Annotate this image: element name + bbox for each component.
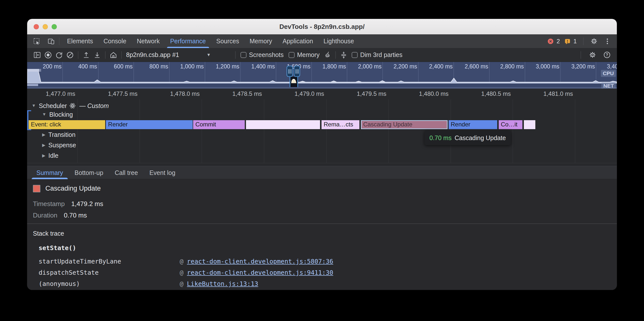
collapsed-triangle-icon[interactable]: ▶: [42, 132, 45, 137]
help-icon[interactable]: ?: [602, 49, 612, 60]
details-tab-bottom-up[interactable]: Bottom-up: [69, 166, 109, 179]
details-tab-event-log[interactable]: Event log: [144, 166, 181, 179]
flame-bar-cascading-update[interactable]: Cascading Update: [361, 120, 448, 129]
flame-bar-unlabeled[interactable]: [524, 120, 535, 129]
record-and-reload-icon[interactable]: [54, 49, 64, 60]
divider: [583, 38, 584, 45]
desktop: DevTools - 8p2n9n.csb.app/ ElementsConso…: [0, 0, 644, 321]
collapsed-triangle-icon[interactable]: ▶: [42, 143, 45, 148]
flame-chart[interactable]: ▼ Scheduler — Custom ▼ Blocking Event: c…: [27, 99, 617, 166]
track-transition[interactable]: ▶ Transition: [42, 131, 76, 138]
target-dropdown[interactable]: 8p2n9n.csb.app #1 ▼: [126, 51, 231, 58]
tab-application[interactable]: Application: [278, 34, 318, 48]
stack-link[interactable]: LikeButton.js:13:13: [187, 280, 258, 287]
grid-vline: [388, 99, 388, 163]
tab-performance[interactable]: Performance: [165, 34, 211, 48]
flame-bar-commit[interactable]: Commit: [193, 120, 245, 129]
record-icon[interactable]: [42, 49, 54, 60]
blocking-flame-row: Event: clickRenderCommitRema…ctsCascadin…: [27, 120, 617, 129]
track-suffix: — Custom: [79, 102, 109, 110]
track-suspense[interactable]: ▶ Suspense: [42, 141, 76, 149]
tab-memory[interactable]: Memory: [244, 34, 277, 48]
stack-frame: startUpdateTimerByLane@react-dom-client.…: [39, 256, 609, 267]
close-button[interactable]: [34, 24, 39, 29]
grid-vline: [140, 99, 140, 163]
performance-toolbar: 8p2n9n.csb.app #1 ▼ Screenshots Memory: [27, 48, 617, 62]
track-blocking[interactable]: ▼ Blocking: [42, 111, 73, 118]
target-label: 8p2n9n.csb.app #1: [126, 51, 179, 58]
event-tooltip: 0.70 ms Cascading Update: [424, 131, 511, 145]
divider: [235, 51, 236, 59]
stack-link[interactable]: react-dom-client.development.js:9411:30: [187, 269, 333, 276]
warning-icon[interactable]: [564, 38, 571, 45]
traffic-lights: [34, 19, 57, 34]
device-toolbar-icon[interactable]: [46, 36, 56, 47]
zoom-button[interactable]: [52, 24, 57, 29]
download-profile-icon[interactable]: [92, 49, 103, 60]
frame-function: startUpdateTimerByLane: [39, 258, 180, 265]
settings-gear-icon[interactable]: [588, 36, 600, 47]
inspect-element-icon[interactable]: [31, 36, 42, 47]
upload-profile-icon[interactable]: [81, 49, 92, 60]
stack-frames: startUpdateTimerByLane@react-dom-client.…: [39, 256, 609, 289]
toggle-sidebar-icon[interactable]: [32, 49, 42, 60]
tooltip-duration: 0.70 ms: [430, 134, 452, 142]
tab-sources[interactable]: Sources: [211, 34, 244, 48]
net-lane-label: NET: [602, 82, 616, 89]
flame-bar-event-click[interactable]: Event: click: [29, 120, 106, 129]
details-tab-summary[interactable]: Summary: [31, 166, 69, 179]
clear-icon[interactable]: [64, 49, 76, 60]
grid-vline: [202, 99, 202, 163]
stack-origin: setState(): [39, 244, 76, 252]
error-count: 2: [556, 38, 560, 45]
collapse-tracks-icon[interactable]: [338, 49, 349, 60]
details-tab-call-tree[interactable]: Call tree: [109, 166, 144, 179]
duration-value: 0.70 ms: [64, 211, 87, 219]
titlebar: DevTools - 8p2n9n.csb.app/: [27, 19, 617, 34]
checkbox-icon: [288, 52, 294, 58]
detail-ruler: 1,477.0 ms1,477.5 ms1,478.0 ms1,478.5 ms…: [27, 89, 617, 99]
expand-triangle-icon[interactable]: ▼: [32, 103, 36, 108]
tab-network[interactable]: Network: [132, 34, 165, 48]
track-scheduler[interactable]: ▼ Scheduler — Custom: [32, 102, 109, 110]
tooltip-label: Cascading Update: [454, 134, 506, 142]
flame-bar-render[interactable]: Render: [448, 120, 497, 129]
selection-right-handle[interactable]: [294, 66, 300, 77]
error-icon[interactable]: [547, 38, 554, 45]
network-lane-bar: [27, 84, 38, 86]
kebab-menu-icon[interactable]: [602, 36, 613, 47]
track-idle[interactable]: ▶ Idle: [42, 152, 58, 159]
summary-title: Cascading Update: [45, 185, 101, 192]
timestamp-label: Timestamp: [33, 200, 65, 208]
selection-left-handle[interactable]: [286, 66, 293, 77]
cpu-activity-chart: [27, 68, 617, 83]
expand-triangle-icon[interactable]: ▼: [42, 112, 46, 117]
panel-tabs: ElementsConsoleNetworkPerformanceSources…: [62, 34, 359, 48]
flame-bar-co-it[interactable]: Co…it: [499, 120, 523, 129]
tab-console[interactable]: Console: [98, 34, 132, 48]
network-request-bar: [27, 69, 41, 72]
divider: [121, 51, 122, 59]
garbage-collect-icon[interactable]: [322, 49, 333, 60]
tab-lighthouse[interactable]: Lighthouse: [318, 34, 359, 48]
warning-count: 1: [574, 38, 577, 45]
minimize-button[interactable]: [42, 24, 48, 29]
memory-checkbox[interactable]: Memory: [288, 51, 320, 58]
home-icon[interactable]: [108, 49, 119, 60]
screenshots-checkbox[interactable]: Screenshots: [240, 51, 284, 58]
timeline-overview[interactable]: 200 ms400 ms600 ms800 ms1,000 ms1,200 ms…: [27, 62, 617, 89]
window-title: DevTools - 8p2n9n.csb.app/: [27, 23, 617, 31]
selection-left-line: [290, 77, 290, 87]
divider: [336, 51, 336, 59]
flame-bar-unlabeled[interactable]: [246, 120, 320, 129]
at-symbol: @: [180, 280, 184, 287]
collapsed-triangle-icon[interactable]: ▶: [42, 153, 45, 158]
flame-bar-rema-cts[interactable]: Rema…cts: [322, 120, 360, 129]
tab-elements[interactable]: Elements: [62, 34, 98, 48]
capture-settings-gear-icon[interactable]: [587, 49, 598, 60]
flame-bar-render[interactable]: Render: [106, 120, 193, 129]
divider: [59, 38, 59, 45]
grid-vline: [513, 99, 513, 163]
stack-link[interactable]: react-dom-client.development.js:5807:36: [187, 258, 333, 265]
dim-3rd-parties-checkbox[interactable]: Dim 3rd parties: [352, 51, 402, 58]
